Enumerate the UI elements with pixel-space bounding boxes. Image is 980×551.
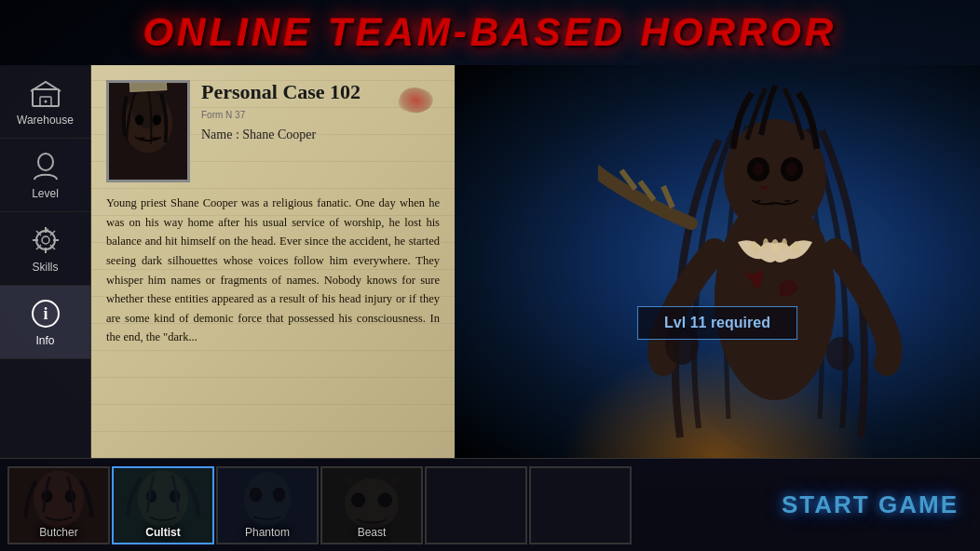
- svg-point-2: [44, 101, 47, 103]
- sidebar-item-warehouse[interactable]: Warehouse: [0, 65, 90, 139]
- sidebar-item-info[interactable]: i Info: [0, 286, 90, 359]
- skills-icon: [29, 223, 62, 257]
- sidebar-item-skills[interactable]: Skills: [0, 212, 90, 286]
- case-name: Name : Shane Cooper: [201, 128, 440, 142]
- bottom-bar: Butcher Cultist: [0, 458, 980, 551]
- monster-art: [598, 65, 952, 458]
- case-photo: [106, 80, 190, 182]
- info-icon: i: [29, 297, 62, 330]
- page-title: ONLINE TEAM-BASED HORROR: [143, 10, 837, 55]
- case-header: Personal Case 102 Form N 37 Name : Shane…: [106, 80, 440, 182]
- svg-point-51: [250, 487, 262, 501]
- cultist-label: Cultist: [145, 526, 180, 539]
- svg-point-56: [378, 492, 392, 506]
- photo-tape: [129, 80, 168, 92]
- level-required-text: Lvl 11 required: [664, 315, 770, 330]
- phantom-label: Phantom: [245, 526, 290, 539]
- sidebar: Warehouse Level: [0, 65, 91, 458]
- svg-point-38: [753, 163, 764, 176]
- svg-point-42: [34, 470, 84, 528]
- butcher-label: Butcher: [39, 526, 77, 539]
- form-number: Form N 37: [201, 110, 440, 120]
- svg-point-3: [38, 154, 53, 170]
- svg-line-33: [663, 186, 673, 208]
- svg-point-21: [153, 114, 161, 125]
- svg-point-55: [351, 492, 365, 506]
- svg-text:i: i: [43, 304, 48, 323]
- svg-point-20: [135, 114, 143, 125]
- level-icon: [29, 150, 62, 183]
- svg-rect-0: [33, 89, 59, 106]
- character-select: Butcher Cultist: [0, 459, 768, 552]
- char-btn-butcher[interactable]: Butcher: [7, 466, 110, 544]
- sidebar-item-level[interactable]: Level: [0, 139, 90, 212]
- warehouse-icon: [29, 76, 62, 110]
- start-game-label: START GAME: [782, 491, 959, 519]
- svg-point-46: [138, 470, 188, 528]
- char-btn-5[interactable]: [425, 466, 527, 544]
- sidebar-level-label: Level: [32, 187, 59, 200]
- start-game-button[interactable]: START GAME: [768, 466, 973, 544]
- char-btn-beast[interactable]: Beast: [320, 466, 423, 544]
- svg-point-52: [273, 487, 285, 501]
- svg-point-35: [826, 337, 854, 370]
- case-panel-inner: Personal Case 102 Form N 37 Name : Shane…: [106, 80, 440, 347]
- svg-point-29: [782, 238, 787, 249]
- case-panel: Personal Case 102 Form N 37 Name : Shane…: [91, 65, 455, 458]
- char-btn-6[interactable]: [529, 466, 632, 544]
- level-required-badge: Lvl 11 required: [637, 306, 797, 340]
- svg-point-24: [724, 119, 826, 235]
- header: ONLINE TEAM-BASED HORROR: [0, 0, 980, 65]
- case-description: Young priest Shane Cooper was a religiou…: [106, 194, 440, 347]
- char-btn-phantom[interactable]: Phantom: [216, 466, 319, 544]
- character-area: Lvl 11 required: [455, 65, 980, 458]
- svg-point-5: [42, 236, 49, 244]
- svg-point-39: [786, 163, 797, 176]
- main-content: Personal Case 102 Form N 37 Name : Shane…: [91, 65, 980, 458]
- svg-point-28: [771, 239, 779, 252]
- sidebar-skills-label: Skills: [32, 261, 58, 274]
- svg-point-27: [763, 238, 769, 249]
- sidebar-warehouse-label: Warehouse: [17, 114, 74, 127]
- char-btn-cultist[interactable]: Cultist: [112, 466, 214, 544]
- beast-label: Beast: [358, 526, 387, 539]
- sidebar-info-label: Info: [35, 334, 54, 347]
